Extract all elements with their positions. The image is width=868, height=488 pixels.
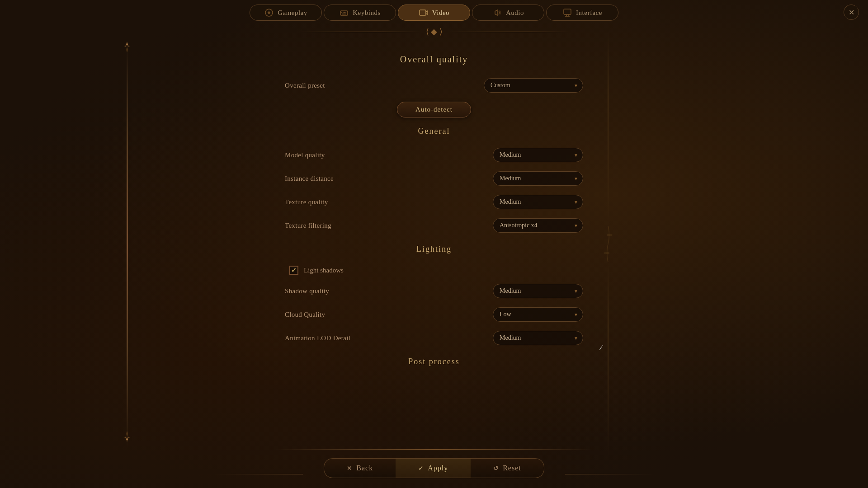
bottom-action-bar: ✕ Back ✓ Apply ↺ Reset — [0, 448, 868, 488]
post-process-section-title: Post process — [285, 357, 583, 366]
model-quality-dropdown[interactable]: Medium — [493, 148, 583, 162]
video-icon — [419, 8, 429, 18]
texture-filtering-label: Texture filtering — [285, 222, 331, 230]
keybinds-icon — [339, 8, 349, 18]
animation-lod-select[interactable]: Medium — [493, 331, 583, 345]
tab-interface[interactable]: Interface — [546, 5, 618, 21]
top-divider-ornament: ⟨ ◆ ⟩ — [298, 27, 570, 36]
back-icon: ✕ — [347, 465, 353, 472]
page-title: Overall quality — [285, 54, 583, 65]
video-tab-label: Video — [432, 9, 449, 17]
animation-lod-dropdown[interactable]: Medium — [493, 331, 583, 345]
gameplay-tab-label: Gameplay — [278, 9, 307, 17]
audio-icon — [492, 8, 502, 18]
light-shadows-row: Light shadows — [289, 261, 583, 279]
shadow-quality-select[interactable]: Medium — [493, 284, 583, 298]
svg-point-18 — [128, 437, 130, 438]
back-button[interactable]: ✕ Back — [324, 458, 396, 478]
overall-preset-select[interactable]: Custom — [484, 78, 583, 93]
general-section-title: General — [285, 127, 583, 136]
svg-point-13 — [126, 43, 128, 45]
instance-distance-select[interactable]: Medium — [493, 171, 583, 186]
cloud-quality-row: Cloud Quality Low — [285, 303, 583, 326]
shadow-quality-dropdown[interactable]: Medium — [493, 284, 583, 298]
shadow-quality-label: Shadow quality — [285, 287, 329, 295]
instance-distance-row: Instance distance Medium — [285, 167, 583, 190]
apply-button[interactable]: ✓ Apply — [396, 458, 471, 478]
texture-quality-select[interactable]: Medium — [493, 195, 583, 209]
auto-detect-container: Auto-detect — [285, 102, 583, 117]
svg-point-15 — [128, 46, 130, 47]
model-quality-select[interactable]: Medium — [493, 148, 583, 162]
apply-label: Apply — [428, 464, 448, 472]
tab-keybinds[interactable]: Keybinds — [324, 5, 396, 21]
animation-lod-row: Animation LOD Detail Medium — [285, 326, 583, 350]
close-button[interactable]: ✕ — [844, 5, 859, 20]
svg-point-17 — [125, 437, 126, 438]
apply-icon: ✓ — [418, 465, 424, 472]
interface-tab-label: Interface — [576, 9, 602, 17]
tab-gameplay[interactable]: Gameplay — [250, 5, 322, 21]
svg-rect-9 — [564, 9, 571, 14]
animation-lod-label: Animation LOD Detail — [285, 334, 350, 342]
settings-panel: Overall quality Overall preset Custom Au… — [267, 36, 601, 447]
svg-rect-8 — [420, 10, 426, 15]
keybinds-tab-label: Keybinds — [353, 9, 381, 17]
svg-point-14 — [125, 46, 126, 47]
ornament-center: ⟨ ◆ ⟩ — [421, 27, 447, 37]
auto-detect-button[interactable]: Auto-detect — [397, 102, 471, 117]
top-navigation: Gameplay Keybinds Video — [0, 0, 868, 25]
interface-icon — [562, 8, 572, 18]
audio-tab-label: Audio — [506, 9, 524, 17]
texture-filtering-dropdown[interactable]: Anisotropic x4 — [493, 218, 583, 233]
reset-button[interactable]: ↺ Reset — [471, 458, 544, 478]
texture-quality-label: Texture quality — [285, 198, 328, 206]
light-shadows-label: Light shadows — [304, 267, 344, 274]
reset-label: Reset — [503, 464, 521, 472]
cloud-quality-select[interactable]: Low — [493, 307, 583, 322]
svg-point-16 — [126, 438, 128, 440]
instance-distance-label: Instance distance — [285, 175, 334, 183]
top-fleur-ornament — [122, 41, 132, 59]
back-label: Back — [356, 464, 373, 472]
cursor: ⟋ — [596, 341, 607, 353]
texture-quality-row: Texture quality Medium — [285, 190, 583, 214]
overall-preset-row: Overall preset Custom — [285, 74, 583, 97]
cloud-quality-dropdown[interactable]: Low — [493, 307, 583, 322]
instance-distance-dropdown[interactable]: Medium — [493, 171, 583, 186]
lighting-section-title: Lighting — [285, 244, 583, 254]
left-decorative-bar — [127, 45, 128, 447]
cloud-quality-label: Cloud Quality — [285, 311, 325, 319]
texture-filtering-row: Texture filtering Anisotropic x4 — [285, 214, 583, 237]
shadow-quality-row: Shadow quality Medium — [285, 279, 583, 303]
reset-icon: ↺ — [493, 465, 499, 472]
overall-preset-label: Overall preset — [285, 82, 325, 89]
texture-filtering-select[interactable]: Anisotropic x4 — [493, 218, 583, 233]
overall-preset-dropdown[interactable]: Custom — [484, 78, 583, 93]
texture-quality-dropdown[interactable]: Medium — [493, 195, 583, 209]
close-icon: ✕ — [849, 8, 854, 17]
gameplay-icon — [264, 8, 274, 18]
model-quality-label: Model quality — [285, 151, 325, 159]
light-shadows-checkbox[interactable] — [289, 266, 298, 275]
svg-point-1 — [268, 12, 270, 14]
tab-audio[interactable]: Audio — [472, 5, 544, 21]
model-quality-row: Model quality Medium — [285, 143, 583, 167]
tab-video[interactable]: Video — [398, 5, 470, 21]
bottom-fleur-ornament — [122, 425, 132, 443]
svg-rect-2 — [340, 11, 348, 15]
